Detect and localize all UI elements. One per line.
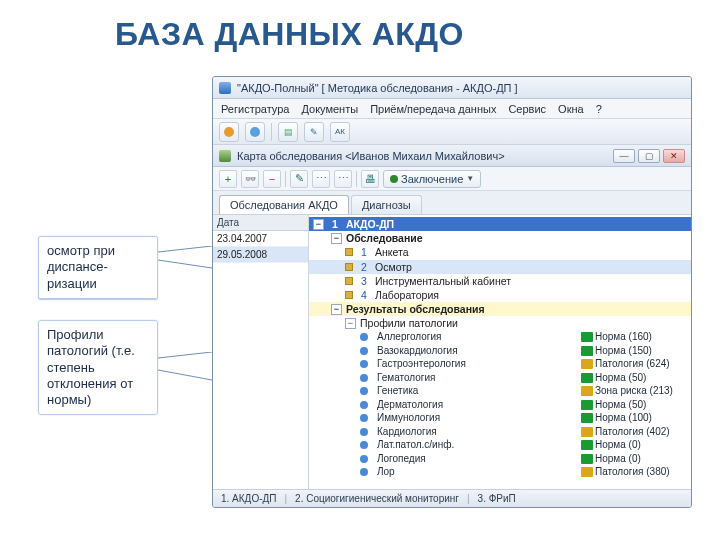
menu-registratura[interactable]: Регистратура bbox=[221, 103, 289, 115]
severity-mark bbox=[581, 359, 593, 369]
doc-icon bbox=[345, 248, 353, 256]
main-toolbar: ▤ ✎ АК bbox=[213, 119, 691, 145]
app-icon bbox=[219, 82, 231, 94]
card-close-button[interactable]: ✕ bbox=[663, 149, 685, 163]
tree-item-lab[interactable]: 4 Лаборатория bbox=[309, 288, 691, 302]
pathology-name: Лат.патол.с/инф. bbox=[377, 438, 579, 452]
card-tabs: Обследования АКДО Диагнозы bbox=[213, 191, 691, 215]
card-tool-add[interactable]: + bbox=[219, 170, 237, 188]
status-item-2[interactable]: 2. Социогигиенический мониторинг bbox=[295, 493, 459, 504]
card-tool-edit[interactable]: ✎ bbox=[290, 170, 308, 188]
bullet-icon bbox=[360, 374, 368, 382]
pathology-row[interactable]: ВазокардиологияНорма (150) bbox=[309, 344, 691, 358]
pathology-name: Вазокардиология bbox=[377, 344, 579, 358]
pathology-value: Норма (50) bbox=[595, 371, 691, 385]
pathology-row[interactable]: Лат.патол.с/инф.Норма (0) bbox=[309, 438, 691, 452]
tree-item-osmotr[interactable]: 2 Осмотр bbox=[309, 260, 691, 274]
severity-mark bbox=[581, 373, 593, 383]
collapse-icon[interactable]: − bbox=[331, 304, 342, 315]
doc-icon bbox=[345, 277, 353, 285]
bullet-icon bbox=[360, 360, 368, 368]
pathology-row[interactable]: ЛогопедияНорма (0) bbox=[309, 452, 691, 466]
conclusion-dropdown[interactable]: Заключение ▼ bbox=[383, 170, 481, 188]
pathology-row[interactable]: КардиологияПатология (402) bbox=[309, 425, 691, 439]
severity-mark bbox=[581, 467, 593, 477]
status-item-3[interactable]: 3. ФРиП bbox=[478, 493, 516, 504]
severity-mark bbox=[581, 427, 593, 437]
menu-service[interactable]: Сервис bbox=[508, 103, 546, 115]
severity-mark bbox=[581, 400, 593, 410]
pathology-row[interactable]: АллергологияНорма (160) bbox=[309, 330, 691, 344]
pathology-row[interactable]: ЛорПатология (380) bbox=[309, 465, 691, 479]
card-tool-print[interactable]: 🖶 bbox=[361, 170, 379, 188]
severity-mark bbox=[581, 413, 593, 423]
card-tool-del[interactable]: − bbox=[263, 170, 281, 188]
svg-line-2 bbox=[158, 352, 212, 358]
pathology-row[interactable]: ИммунологияНорма (100) bbox=[309, 411, 691, 425]
date-header: Дата bbox=[213, 215, 308, 231]
tab-obsledovaniya[interactable]: Обследования АКДО bbox=[219, 195, 349, 214]
pathology-value: Норма (50) bbox=[595, 398, 691, 412]
bullet-icon bbox=[360, 347, 368, 355]
status-item-1[interactable]: 1. АКДО-ДП bbox=[221, 493, 276, 504]
toolbar-btn-3[interactable]: ▤ bbox=[278, 122, 298, 142]
card-max-button[interactable]: ▢ bbox=[638, 149, 660, 163]
pathology-row[interactable]: ГастроэнтерологияПатология (624) bbox=[309, 357, 691, 371]
tab-diagnozy[interactable]: Диагнозы bbox=[351, 195, 422, 214]
tree-section-results[interactable]: − Результаты обследования bbox=[309, 302, 691, 316]
tree-root-label: АКДО-ДП bbox=[346, 217, 394, 231]
pathology-name: Гематология bbox=[377, 371, 579, 385]
pathology-value: Норма (0) bbox=[595, 452, 691, 466]
tree-item-anketa[interactable]: 1 Анкета bbox=[309, 245, 691, 259]
menu-documents[interactable]: Документы bbox=[301, 103, 358, 115]
app-titlebar: "АКДО-Полный" [ Методика обследования - … bbox=[213, 77, 691, 99]
menu-data-transfer[interactable]: Приём/передача данных bbox=[370, 103, 496, 115]
pathology-value: Норма (100) bbox=[595, 411, 691, 425]
toolbar-btn-2[interactable] bbox=[245, 122, 265, 142]
collapse-icon[interactable]: − bbox=[313, 219, 324, 230]
card-icon bbox=[219, 150, 231, 162]
menu-help[interactable]: ? bbox=[596, 103, 602, 115]
app-title-text: "АКДО-Полный" [ Методика обследования - … bbox=[237, 82, 518, 94]
tree-sub-profiles-label: Профили патологии bbox=[360, 316, 458, 330]
pathology-row[interactable]: ДерматологияНорма (50) bbox=[309, 398, 691, 412]
card-tool-a[interactable]: ⋯ bbox=[312, 170, 330, 188]
collapse-icon[interactable]: − bbox=[345, 318, 356, 329]
tree-item-label: Лаборатория bbox=[375, 288, 439, 302]
bullet-icon bbox=[360, 387, 368, 395]
card-min-button[interactable]: — bbox=[613, 149, 635, 163]
svg-line-1 bbox=[158, 260, 212, 268]
toolbar-btn-1[interactable] bbox=[219, 122, 239, 142]
annotation-osmotr: осмотр при диспансе-ризации bbox=[38, 236, 158, 300]
card-titlebar: Карта обследования <Иванов Михаил Михайл… bbox=[213, 145, 691, 167]
toolbar-btn-4[interactable]: ✎ bbox=[304, 122, 324, 142]
svg-line-3 bbox=[158, 370, 212, 380]
slide-title: БАЗА ДАННЫХ АКДО bbox=[115, 16, 464, 53]
menu-windows[interactable]: Окна bbox=[558, 103, 584, 115]
toolbar-btn-5[interactable]: АК bbox=[330, 122, 350, 142]
collapse-icon[interactable]: − bbox=[331, 233, 342, 244]
tree-section-obsled[interactable]: − Обследование bbox=[309, 231, 691, 245]
pathology-row[interactable]: ГематологияНорма (50) bbox=[309, 371, 691, 385]
pathology-name: Иммунология bbox=[377, 411, 579, 425]
pathology-row[interactable]: ГенетикаЗона риска (213) bbox=[309, 384, 691, 398]
pathology-name: Генетика bbox=[377, 384, 579, 398]
tree-sub-profiles[interactable]: − Профили патологии bbox=[309, 316, 691, 330]
date-row-1[interactable]: 23.04.2007 bbox=[213, 231, 308, 247]
connector-lines-1 bbox=[158, 246, 212, 326]
pathology-list: АллергологияНорма (160)ВазокардиологияНо… bbox=[309, 330, 691, 479]
card-tool-b[interactable]: ⋯ bbox=[334, 170, 352, 188]
tree-item-instr[interactable]: 3 Инструментальный кабинет bbox=[309, 274, 691, 288]
pathology-value: Патология (402) bbox=[595, 425, 691, 439]
annotation-profili: Профили патологий (т.е. степень отклонен… bbox=[38, 320, 158, 415]
pathology-name: Гастроэнтерология bbox=[377, 357, 579, 371]
bullet-icon bbox=[360, 441, 368, 449]
tree-view[interactable]: − 1 АКДО-ДП − Обследование 1 Анкета 2 Ос… bbox=[309, 215, 691, 491]
pathology-value: Патология (380) bbox=[595, 465, 691, 479]
workspace: Дата 23.04.2007 29.05.2008 − 1 АКДО-ДП −… bbox=[213, 215, 691, 491]
pathology-name: Кардиология bbox=[377, 425, 579, 439]
card-tool-glasses[interactable]: 👓 bbox=[241, 170, 259, 188]
date-row-2[interactable]: 29.05.2008 bbox=[213, 247, 308, 263]
tree-root[interactable]: − 1 АКДО-ДП bbox=[309, 217, 691, 231]
date-column: Дата 23.04.2007 29.05.2008 bbox=[213, 215, 309, 491]
